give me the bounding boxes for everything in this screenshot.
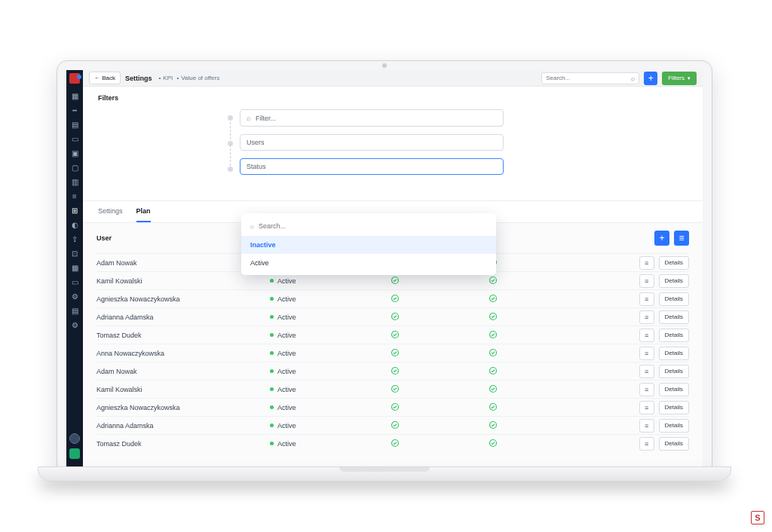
report-icon[interactable]: ▤: [70, 306, 79, 315]
check-icon: [391, 402, 489, 413]
brand-mark-icon: S: [751, 511, 764, 524]
cell-status: Active: [270, 386, 391, 393]
check-icon: [489, 312, 587, 323]
check-icon: [391, 348, 489, 359]
filters-button-label: Filters: [668, 75, 685, 81]
check-icon: [391, 366, 489, 377]
details-button[interactable]: Details: [659, 256, 689, 270]
help-icon[interactable]: [69, 448, 80, 459]
laptop-base: [38, 466, 731, 482]
cell-user-name: Anna Nowaczykowska: [96, 350, 270, 357]
cart-icon[interactable]: ⊡: [70, 249, 79, 258]
details-button[interactable]: Details: [659, 437, 689, 451]
row-menu-button[interactable]: ≡: [639, 383, 654, 396]
tab-plan[interactable]: Plan: [136, 207, 151, 222]
users-select[interactable]: Users: [240, 134, 504, 151]
row-menu-button[interactable]: ≡: [639, 419, 654, 433]
check-icon: [489, 276, 587, 286]
cell-user-name: Adam Nowak: [96, 368, 270, 375]
row-menu-button[interactable]: ≡: [639, 292, 654, 306]
status-dot-icon: [270, 333, 274, 337]
table-row: Agnieszka NowaczykowskaActive≡Details: [96, 398, 689, 416]
global-search[interactable]: ⌕: [541, 72, 639, 84]
details-button[interactable]: Details: [659, 401, 689, 414]
cell-user-name: Kamil Kowalski: [96, 386, 270, 393]
clipboard-icon[interactable]: ▥: [70, 177, 79, 186]
cell-user-name: Agnieszka Nowaczykowska: [96, 295, 270, 303]
cell-user-name: Adrianna Adamska: [96, 313, 270, 321]
cell-user-name: Adrianna Adamska: [96, 422, 270, 430]
dashboard-icon[interactable]: ▦: [70, 91, 79, 100]
row-menu-button[interactable]: ≡: [639, 401, 654, 414]
row-menu-button[interactable]: ≡: [639, 256, 654, 270]
upload-icon[interactable]: ⇪: [70, 234, 79, 243]
gear-icon[interactable]: ⚙: [70, 320, 79, 329]
wallet-icon[interactable]: ▦: [70, 263, 79, 272]
dropdown-option-active[interactable]: Active: [241, 254, 496, 272]
dropdown-search-input[interactable]: [259, 222, 487, 230]
breadcrumb-root[interactable]: Settings: [125, 75, 152, 82]
cell-user-name: Agnieszka Nowaczykowska: [96, 404, 270, 411]
details-button[interactable]: Details: [659, 329, 689, 342]
filters-button[interactable]: Filters ▾: [662, 72, 697, 85]
arrow-left-icon: ←: [94, 75, 100, 81]
details-button[interactable]: Details: [659, 274, 689, 288]
details-button[interactable]: Details: [659, 365, 689, 378]
row-menu-button[interactable]: ≡: [639, 310, 654, 324]
search-icon: ⌕: [631, 75, 635, 82]
row-menu-button[interactable]: ≡: [639, 347, 654, 360]
cell-status: Active: [270, 295, 391, 303]
cell-status: Active: [270, 368, 391, 375]
row-menu-button[interactable]: ≡: [639, 329, 654, 342]
filter-stack: ⌕ Filter... Users Status: [240, 109, 504, 175]
status-dot-icon: [270, 423, 274, 427]
cloud-icon[interactable]: ◐: [70, 220, 79, 229]
app-screen: ▦ ╍ ▤ ▭ ▣ ▢ ▥ ≡ ⊞ ◐ ⇪ ⊡ ▦ ▭ ⚙ ▤ ⚙ ←: [66, 70, 703, 466]
dropdown-option-inactive[interactable]: Inactive: [241, 236, 496, 254]
network-icon[interactable]: ⊞: [70, 206, 79, 215]
table-body: Adam NowakActive≡DetailsKamil KowalskiAc…: [96, 253, 689, 452]
user-avatar[interactable]: [69, 433, 80, 444]
folder-icon[interactable]: ▣: [70, 148, 79, 157]
list-icon[interactable]: ≡: [70, 191, 79, 200]
check-icon: [391, 276, 489, 286]
cell-user-name: Tomasz Dudek: [96, 332, 270, 339]
sidebar: ▦ ╍ ▤ ▭ ▣ ▢ ▥ ≡ ⊞ ◐ ⇪ ⊡ ▦ ▭ ⚙ ▤ ⚙: [66, 70, 83, 466]
settings-icon[interactable]: ⚙: [70, 292, 79, 301]
search-icon: ⌕: [247, 114, 251, 122]
status-dot-icon: [270, 297, 274, 301]
table-row: Adrianna AdamskaActive≡Details: [96, 416, 689, 434]
dropdown-search[interactable]: ⌕: [241, 219, 496, 236]
check-icon: [489, 348, 587, 359]
table-row: Kamil KowalskiActive≡Details: [96, 380, 689, 398]
row-menu-button[interactable]: ≡: [639, 274, 654, 288]
topbar: ← Back Settings •KPI •Value of offers ⌕ …: [83, 70, 703, 87]
add-button[interactable]: +: [644, 72, 657, 85]
filter-input[interactable]: ⌕ Filter...: [240, 109, 504, 127]
add-row-button[interactable]: +: [654, 231, 669, 246]
details-button[interactable]: Details: [659, 419, 689, 433]
filter-placeholder: Filter...: [256, 115, 276, 122]
status-select[interactable]: Status: [240, 158, 504, 175]
calendar-icon[interactable]: ▤: [70, 120, 79, 129]
back-button[interactable]: ← Back: [89, 72, 121, 84]
details-button[interactable]: Details: [659, 383, 689, 396]
archive-icon[interactable]: ▭: [70, 277, 79, 286]
cell-status: Active: [270, 313, 391, 321]
view-list-button[interactable]: ≡: [674, 231, 689, 246]
row-menu-button[interactable]: ≡: [639, 365, 654, 378]
status-dot-icon: [270, 405, 274, 409]
filters-panel: Filters ⌕ Filter... Users S: [83, 87, 703, 201]
details-button[interactable]: Details: [659, 292, 689, 306]
global-search-input[interactable]: [546, 75, 628, 81]
check-icon: [489, 384, 587, 395]
chart-icon[interactable]: ╍: [70, 105, 79, 115]
document-icon[interactable]: ▭: [70, 134, 79, 143]
tab-settings[interactable]: Settings: [98, 207, 123, 222]
status-dot-icon: [270, 351, 274, 355]
details-button[interactable]: Details: [659, 310, 689, 324]
table-row: Adam NowakActive≡Details: [96, 362, 689, 380]
details-button[interactable]: Details: [659, 347, 689, 360]
briefcase-icon[interactable]: ▢: [70, 163, 79, 172]
row-menu-button[interactable]: ≡: [639, 437, 654, 451]
